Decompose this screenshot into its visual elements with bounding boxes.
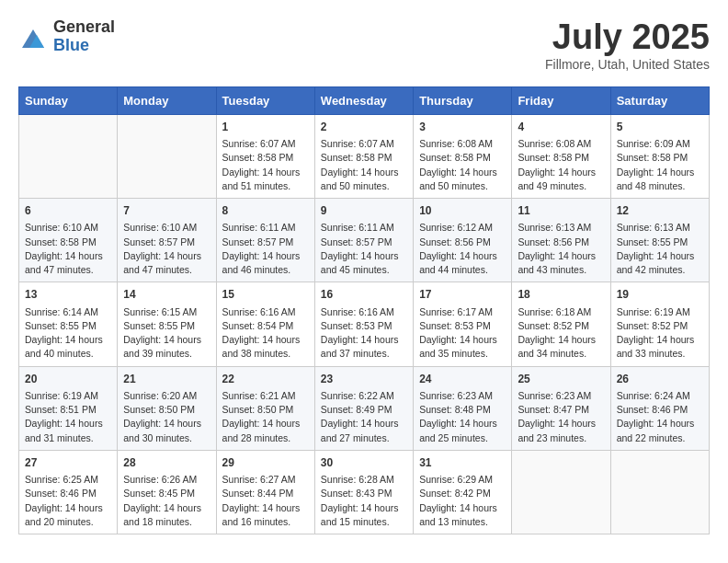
sunset-text: Sunset: 8:58 PM bbox=[321, 151, 407, 165]
sunrise-text: Sunrise: 6:26 AM bbox=[123, 473, 210, 487]
daylight-text: Daylight: 14 hours and 50 minutes. bbox=[419, 166, 506, 193]
day-number: 21 bbox=[123, 372, 210, 387]
calendar-cell: 24Sunrise: 6:23 AMSunset: 8:48 PMDayligh… bbox=[414, 366, 512, 450]
sunset-text: Sunset: 8:56 PM bbox=[518, 236, 604, 249]
sunset-text: Sunset: 8:58 PM bbox=[419, 151, 506, 165]
calendar-cell: 17Sunrise: 6:17 AMSunset: 8:53 PMDayligh… bbox=[414, 282, 512, 366]
daylight-text: Daylight: 14 hours and 34 minutes. bbox=[518, 333, 604, 361]
sunset-text: Sunset: 8:58 PM bbox=[222, 151, 309, 165]
sunset-text: Sunset: 8:45 PM bbox=[123, 487, 210, 500]
day-number: 5 bbox=[617, 120, 703, 135]
sunset-text: Sunset: 8:46 PM bbox=[617, 403, 703, 417]
sunrise-text: Sunrise: 6:13 AM bbox=[518, 221, 604, 235]
day-number: 23 bbox=[321, 372, 407, 387]
calendar-cell: 1Sunrise: 6:07 AMSunset: 8:58 PMDaylight… bbox=[216, 114, 314, 198]
daylight-text: Daylight: 14 hours and 48 minutes. bbox=[617, 166, 703, 193]
sunset-text: Sunset: 8:51 PM bbox=[25, 403, 111, 417]
calendar-cell: 20Sunrise: 6:19 AMSunset: 8:51 PMDayligh… bbox=[19, 366, 118, 450]
day-number: 6 bbox=[25, 203, 111, 219]
calendar-cell: 4Sunrise: 6:08 AMSunset: 8:58 PMDaylight… bbox=[512, 114, 610, 198]
sunrise-text: Sunrise: 6:22 AM bbox=[321, 389, 407, 403]
day-number: 22 bbox=[222, 372, 309, 387]
daylight-text: Daylight: 14 hours and 37 minutes. bbox=[321, 333, 407, 361]
sunset-text: Sunset: 8:53 PM bbox=[419, 319, 506, 333]
day-number: 9 bbox=[321, 203, 407, 219]
sunset-text: Sunset: 8:57 PM bbox=[321, 236, 407, 249]
sunrise-text: Sunrise: 6:10 AM bbox=[25, 221, 111, 235]
daylight-text: Daylight: 14 hours and 23 minutes. bbox=[518, 417, 604, 444]
calendar-cell: 26Sunrise: 6:24 AMSunset: 8:46 PMDayligh… bbox=[610, 366, 709, 450]
sunrise-text: Sunrise: 6:13 AM bbox=[617, 221, 703, 235]
day-number: 12 bbox=[617, 203, 703, 219]
calendar-cell: 23Sunrise: 6:22 AMSunset: 8:49 PMDayligh… bbox=[314, 366, 413, 450]
sunset-text: Sunset: 8:42 PM bbox=[419, 487, 506, 500]
day-number: 19 bbox=[617, 287, 703, 303]
day-number: 17 bbox=[419, 287, 506, 303]
sunrise-text: Sunrise: 6:23 AM bbox=[518, 389, 604, 403]
day-number: 15 bbox=[222, 287, 309, 303]
calendar-cell: 25Sunrise: 6:23 AMSunset: 8:47 PMDayligh… bbox=[512, 366, 610, 450]
sunrise-text: Sunrise: 6:24 AM bbox=[617, 389, 703, 403]
sunrise-text: Sunrise: 6:19 AM bbox=[25, 389, 111, 403]
calendar-cell: 8Sunrise: 6:11 AMSunset: 8:57 PMDaylight… bbox=[216, 199, 314, 282]
sunset-text: Sunset: 8:50 PM bbox=[222, 403, 309, 417]
daylight-text: Daylight: 14 hours and 20 minutes. bbox=[25, 501, 111, 529]
calendar-cell: 6Sunrise: 6:10 AMSunset: 8:58 PMDaylight… bbox=[19, 199, 118, 282]
calendar-cell: 29Sunrise: 6:27 AMSunset: 8:44 PMDayligh… bbox=[216, 450, 314, 534]
sunrise-text: Sunrise: 6:08 AM bbox=[419, 137, 506, 151]
sunset-text: Sunset: 8:57 PM bbox=[123, 236, 210, 249]
day-number: 2 bbox=[321, 120, 407, 135]
sunset-text: Sunset: 8:57 PM bbox=[222, 236, 309, 249]
calendar-cell: 2Sunrise: 6:07 AMSunset: 8:58 PMDaylight… bbox=[314, 114, 413, 198]
daylight-text: Daylight: 14 hours and 45 minutes. bbox=[321, 249, 407, 277]
weekday-header-wednesday: Wednesday bbox=[314, 86, 413, 114]
calendar-cell: 7Sunrise: 6:10 AMSunset: 8:57 PMDaylight… bbox=[118, 199, 216, 282]
logo-text: General Blue bbox=[53, 18, 115, 55]
daylight-text: Daylight: 14 hours and 49 minutes. bbox=[518, 166, 604, 193]
calendar-cell: 31Sunrise: 6:29 AMSunset: 8:42 PMDayligh… bbox=[414, 450, 512, 534]
sunrise-text: Sunrise: 6:08 AM bbox=[518, 137, 604, 151]
week-row-2: 6Sunrise: 6:10 AMSunset: 8:58 PMDaylight… bbox=[19, 199, 710, 282]
calendar-cell: 28Sunrise: 6:26 AMSunset: 8:45 PMDayligh… bbox=[118, 450, 216, 534]
sunrise-text: Sunrise: 6:11 AM bbox=[222, 221, 309, 235]
day-number: 27 bbox=[25, 455, 111, 471]
calendar-cell bbox=[19, 114, 118, 198]
daylight-text: Daylight: 14 hours and 25 minutes. bbox=[419, 417, 506, 444]
sunrise-text: Sunrise: 6:20 AM bbox=[123, 389, 210, 403]
daylight-text: Daylight: 14 hours and 35 minutes. bbox=[419, 333, 506, 361]
daylight-text: Daylight: 14 hours and 51 minutes. bbox=[222, 166, 309, 193]
daylight-text: Daylight: 14 hours and 50 minutes. bbox=[321, 166, 407, 193]
calendar-cell: 3Sunrise: 6:08 AMSunset: 8:58 PMDaylight… bbox=[414, 114, 512, 198]
daylight-text: Daylight: 14 hours and 15 minutes. bbox=[321, 501, 407, 529]
weekday-header-saturday: Saturday bbox=[610, 86, 709, 114]
daylight-text: Daylight: 14 hours and 38 minutes. bbox=[222, 333, 309, 361]
logo-icon bbox=[18, 22, 48, 52]
sunset-text: Sunset: 8:58 PM bbox=[617, 151, 703, 165]
calendar-cell bbox=[118, 114, 216, 198]
location-text: Fillmore, Utah, United States bbox=[545, 57, 710, 72]
calendar-cell: 18Sunrise: 6:18 AMSunset: 8:52 PMDayligh… bbox=[512, 282, 610, 366]
sunset-text: Sunset: 8:55 PM bbox=[25, 319, 111, 333]
sunrise-text: Sunrise: 6:18 AM bbox=[518, 305, 604, 319]
sunset-text: Sunset: 8:49 PM bbox=[321, 403, 407, 417]
sunset-text: Sunset: 8:55 PM bbox=[617, 236, 703, 249]
sunrise-text: Sunrise: 6:10 AM bbox=[123, 221, 210, 235]
sunrise-text: Sunrise: 6:28 AM bbox=[321, 473, 407, 487]
sunrise-text: Sunrise: 6:12 AM bbox=[419, 221, 506, 235]
sunrise-text: Sunrise: 6:14 AM bbox=[25, 305, 111, 319]
sunrise-text: Sunrise: 6:09 AM bbox=[617, 137, 703, 151]
sunset-text: Sunset: 8:48 PM bbox=[419, 403, 506, 417]
daylight-text: Daylight: 14 hours and 43 minutes. bbox=[518, 249, 604, 277]
daylight-text: Daylight: 14 hours and 31 minutes. bbox=[25, 417, 111, 444]
daylight-text: Daylight: 14 hours and 18 minutes. bbox=[123, 501, 210, 529]
sunset-text: Sunset: 8:54 PM bbox=[222, 319, 309, 333]
day-number: 10 bbox=[419, 203, 506, 219]
sunrise-text: Sunrise: 6:11 AM bbox=[321, 221, 407, 235]
title-block: July 2025 Fillmore, Utah, United States bbox=[545, 18, 710, 72]
sunset-text: Sunset: 8:44 PM bbox=[222, 487, 309, 500]
day-number: 11 bbox=[518, 203, 604, 219]
day-number: 25 bbox=[518, 372, 604, 387]
weekday-header-monday: Monday bbox=[118, 86, 216, 114]
day-number: 13 bbox=[25, 287, 111, 303]
daylight-text: Daylight: 14 hours and 40 minutes. bbox=[25, 333, 111, 361]
